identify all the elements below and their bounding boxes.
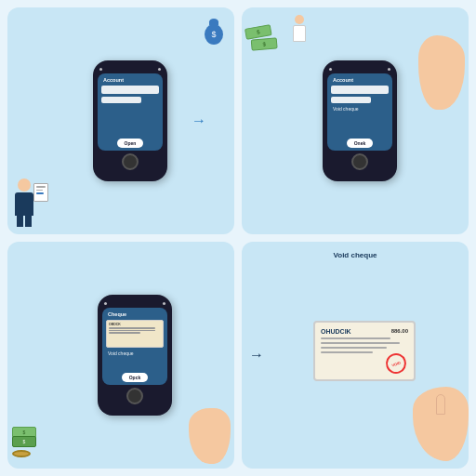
phone-screen-q1: Account Open bbox=[98, 73, 163, 151]
cheque-line-q4-2 bbox=[321, 342, 400, 344]
cheque-line-3 bbox=[109, 332, 140, 334]
void-stamp: VOID bbox=[383, 350, 409, 376]
screen-input-q2-1 bbox=[331, 86, 389, 94]
figure-legs bbox=[17, 216, 32, 227]
figure-body bbox=[15, 192, 33, 216]
status-bar-q3 bbox=[102, 302, 167, 307]
status-bar bbox=[98, 68, 163, 73]
phone-home-button-q1[interactable] bbox=[122, 153, 139, 170]
phone-device-q3: Cheque OBDCK Void cheque Opck bbox=[98, 295, 172, 416]
screen-button-q1[interactable]: Open bbox=[117, 139, 144, 148]
phone-screen-q2: Account Void cheque Onek bbox=[327, 73, 392, 151]
phone-screen-q3: Cheque OBDCK Void cheque Opck bbox=[102, 308, 167, 385]
screen-input-q1-1 bbox=[101, 86, 159, 94]
arrow-icon-q1: → bbox=[192, 112, 206, 129]
screen-title-q3: Cheque bbox=[108, 311, 126, 317]
small-person-q2 bbox=[293, 15, 306, 42]
screen-title-q2: Account bbox=[333, 77, 353, 83]
cheque-line-q4-4 bbox=[321, 351, 373, 353]
big-hand-q2 bbox=[418, 35, 465, 110]
bill-2: $ bbox=[251, 37, 278, 50]
phone-home-button-q2[interactable] bbox=[351, 153, 368, 170]
cheque-line-2 bbox=[109, 330, 155, 332]
screen-input-q2-2 bbox=[331, 97, 371, 103]
cheque-amount: 886.00 bbox=[391, 328, 408, 334]
screen-title-q4: Void cheque bbox=[334, 251, 377, 259]
floating-bills-q2: $ $ bbox=[245, 23, 278, 52]
screen-title-q1: Account bbox=[103, 77, 124, 83]
figure-head bbox=[18, 178, 31, 192]
cheque-line-q4-3 bbox=[321, 347, 387, 349]
cheque-line-q4-1 bbox=[321, 337, 390, 339]
screen-button-q3[interactable]: Opck bbox=[122, 373, 149, 382]
cheque-on-screen-q3: OBDCK bbox=[106, 320, 164, 348]
arrow-icon-q4: → bbox=[249, 347, 264, 364]
phone-home-button-q3[interactable] bbox=[126, 388, 143, 404]
void-cheque-label-q2: Void cheque bbox=[333, 106, 359, 112]
money-bag-icon: $ bbox=[205, 24, 223, 45]
screen-button-q2[interactable]: Onek bbox=[347, 139, 374, 148]
void-cheque-label-q3: Void cheque bbox=[108, 350, 134, 356]
screen-input-q1-2 bbox=[101, 97, 141, 103]
stacked-bills-q3: $ $ bbox=[12, 427, 36, 457]
businessman-figure bbox=[15, 178, 33, 227]
quadrant-3: $ $ Cheque OBDCK Void cheque Opck bbox=[7, 242, 234, 469]
figure-leg-right bbox=[25, 216, 32, 227]
phone-device-q1: Account Open bbox=[93, 60, 167, 181]
pointing-hand-q4 bbox=[413, 387, 469, 461]
quadrant-2: $ $ Account Void cheque Onek bbox=[242, 7, 469, 234]
cheque-line-1 bbox=[109, 327, 155, 329]
hand-holding-phone-q3 bbox=[189, 408, 231, 464]
quadrant-4: Void cheque → OHUDCIK 886.00 VOID bbox=[242, 242, 469, 469]
phone-device-q2: Account Void cheque Onek bbox=[323, 60, 397, 181]
status-bar-q2 bbox=[327, 68, 392, 73]
big-cheque-q4: OHUDCIK 886.00 VOID bbox=[313, 321, 416, 381]
cheque-text-q3: OBDCK bbox=[109, 323, 161, 326]
quadrant-1: Account Open $ → bbox=[7, 7, 234, 234]
document-icon bbox=[33, 183, 48, 202]
figure-leg-left bbox=[17, 216, 23, 227]
